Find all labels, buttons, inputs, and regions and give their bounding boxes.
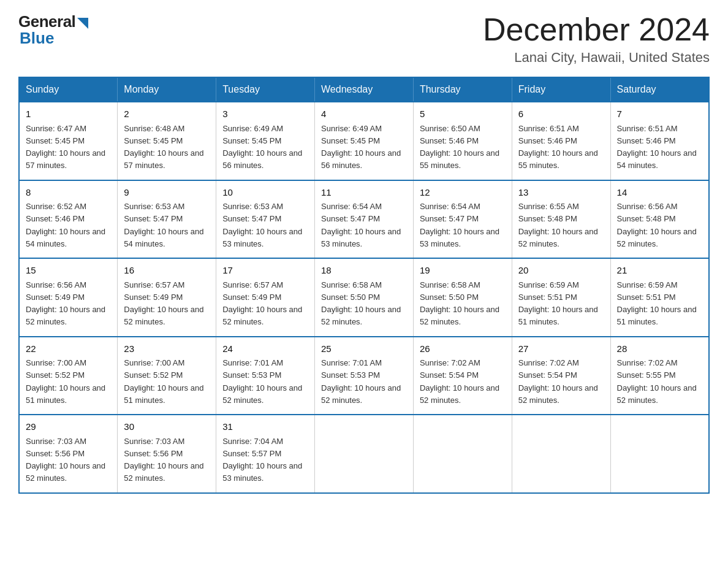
day-number: 16: [124, 264, 210, 278]
calendar-day-cell: 21 Sunrise: 6:59 AMSunset: 5:51 PMDaylig…: [610, 258, 709, 337]
day-number: 14: [617, 186, 702, 200]
calendar-day-cell: 2 Sunrise: 6:48 AMSunset: 5:45 PMDayligh…: [118, 102, 216, 180]
calendar-day-cell: 20 Sunrise: 6:59 AMSunset: 5:51 PMDaylig…: [512, 258, 610, 337]
day-info: Sunrise: 6:54 AMSunset: 5:47 PMDaylight:…: [321, 202, 401, 248]
calendar-day-cell: 25 Sunrise: 7:01 AMSunset: 5:53 PMDaylig…: [315, 337, 414, 415]
day-number: 17: [222, 264, 308, 278]
day-number: 13: [518, 186, 604, 200]
weekday-header-tuesday: Tuesday: [216, 77, 315, 102]
day-number: 11: [321, 186, 407, 200]
day-number: 8: [26, 186, 111, 200]
calendar-day-cell: 13 Sunrise: 6:55 AMSunset: 5:48 PMDaylig…: [512, 180, 610, 259]
page-header: General Blue December 2024 Lanai City, H…: [18, 12, 710, 66]
day-number: 2: [124, 107, 210, 121]
day-info: Sunrise: 7:00 AMSunset: 5:52 PMDaylight:…: [26, 358, 105, 405]
day-number: 20: [518, 264, 604, 278]
calendar-empty-cell: [512, 415, 610, 493]
calendar-week-row: 8 Sunrise: 6:52 AMSunset: 5:46 PMDayligh…: [19, 180, 709, 259]
weekday-header-friday: Friday: [512, 77, 610, 102]
day-info: Sunrise: 6:55 AMSunset: 5:48 PMDaylight:…: [518, 202, 598, 248]
calendar-day-cell: 4 Sunrise: 6:49 AMSunset: 5:45 PMDayligh…: [315, 102, 414, 180]
day-number: 30: [124, 420, 210, 434]
day-info: Sunrise: 7:02 AMSunset: 5:54 PMDaylight:…: [420, 358, 499, 405]
day-info: Sunrise: 6:53 AMSunset: 5:47 PMDaylight:…: [124, 202, 203, 248]
calendar-week-row: 1 Sunrise: 6:47 AMSunset: 5:45 PMDayligh…: [19, 102, 709, 180]
calendar-day-cell: 27 Sunrise: 7:02 AMSunset: 5:54 PMDaylig…: [512, 337, 610, 415]
calendar-day-cell: 10 Sunrise: 6:53 AMSunset: 5:47 PMDaylig…: [216, 180, 315, 259]
day-info: Sunrise: 7:03 AMSunset: 5:56 PMDaylight:…: [124, 437, 203, 483]
day-number: 18: [321, 264, 407, 278]
calendar-day-cell: 19 Sunrise: 6:58 AMSunset: 5:50 PMDaylig…: [413, 258, 512, 337]
calendar-week-row: 15 Sunrise: 6:56 AMSunset: 5:49 PMDaylig…: [19, 258, 709, 337]
calendar-day-cell: 3 Sunrise: 6:49 AMSunset: 5:45 PMDayligh…: [216, 102, 315, 180]
day-number: 19: [420, 264, 506, 278]
calendar-day-cell: 14 Sunrise: 6:56 AMSunset: 5:48 PMDaylig…: [610, 180, 709, 259]
day-info: Sunrise: 6:52 AMSunset: 5:46 PMDaylight:…: [26, 202, 105, 248]
logo-triangle-icon: [77, 18, 88, 29]
day-number: 27: [518, 342, 604, 356]
day-info: Sunrise: 7:03 AMSunset: 5:56 PMDaylight:…: [26, 437, 105, 483]
calendar-day-cell: 7 Sunrise: 6:51 AMSunset: 5:46 PMDayligh…: [610, 102, 709, 180]
calendar-empty-cell: [315, 415, 414, 493]
day-info: Sunrise: 6:53 AMSunset: 5:47 PMDaylight:…: [222, 202, 302, 248]
day-info: Sunrise: 6:51 AMSunset: 5:46 PMDaylight:…: [617, 124, 697, 170]
logo: General Blue: [18, 12, 88, 48]
day-info: Sunrise: 6:49 AMSunset: 5:45 PMDaylight:…: [222, 124, 302, 170]
calendar-day-cell: 11 Sunrise: 6:54 AMSunset: 5:47 PMDaylig…: [315, 180, 414, 259]
calendar-week-row: 22 Sunrise: 7:00 AMSunset: 5:52 PMDaylig…: [19, 337, 709, 415]
calendar-day-cell: 29 Sunrise: 7:03 AMSunset: 5:56 PMDaylig…: [19, 415, 118, 493]
day-info: Sunrise: 6:56 AMSunset: 5:49 PMDaylight:…: [26, 280, 105, 327]
day-number: 22: [26, 342, 111, 356]
weekday-header-saturday: Saturday: [610, 77, 709, 102]
logo-blue-text: Blue: [20, 29, 54, 48]
location-subheading: Lanai City, Hawaii, United States: [483, 50, 710, 66]
calendar-day-cell: 28 Sunrise: 7:02 AMSunset: 5:55 PMDaylig…: [610, 337, 709, 415]
day-info: Sunrise: 7:04 AMSunset: 5:57 PMDaylight:…: [222, 437, 302, 483]
calendar-empty-cell: [610, 415, 709, 493]
calendar-day-cell: 8 Sunrise: 6:52 AMSunset: 5:46 PMDayligh…: [19, 180, 118, 259]
day-info: Sunrise: 6:59 AMSunset: 5:51 PMDaylight:…: [617, 280, 697, 327]
day-info: Sunrise: 6:59 AMSunset: 5:51 PMDaylight:…: [518, 280, 598, 327]
day-number: 21: [617, 264, 702, 278]
calendar-day-cell: 12 Sunrise: 6:54 AMSunset: 5:47 PMDaylig…: [413, 180, 512, 259]
day-info: Sunrise: 6:51 AMSunset: 5:46 PMDaylight:…: [518, 124, 598, 170]
day-info: Sunrise: 6:49 AMSunset: 5:45 PMDaylight:…: [321, 124, 401, 170]
calendar-empty-cell: [413, 415, 512, 493]
weekday-header-wednesday: Wednesday: [315, 77, 414, 102]
day-info: Sunrise: 7:00 AMSunset: 5:52 PMDaylight:…: [124, 358, 203, 405]
day-info: Sunrise: 7:01 AMSunset: 5:53 PMDaylight:…: [321, 358, 401, 405]
weekday-header-monday: Monday: [118, 77, 216, 102]
day-info: Sunrise: 7:02 AMSunset: 5:55 PMDaylight:…: [617, 358, 697, 405]
day-info: Sunrise: 6:48 AMSunset: 5:45 PMDaylight:…: [124, 124, 203, 170]
day-info: Sunrise: 6:58 AMSunset: 5:50 PMDaylight:…: [321, 280, 401, 327]
calendar-day-cell: 23 Sunrise: 7:00 AMSunset: 5:52 PMDaylig…: [118, 337, 216, 415]
day-info: Sunrise: 6:50 AMSunset: 5:46 PMDaylight:…: [420, 124, 499, 170]
calendar-day-cell: 22 Sunrise: 7:00 AMSunset: 5:52 PMDaylig…: [19, 337, 118, 415]
calendar-day-cell: 16 Sunrise: 6:57 AMSunset: 5:49 PMDaylig…: [118, 258, 216, 337]
day-number: 12: [420, 186, 506, 200]
calendar-day-cell: 26 Sunrise: 7:02 AMSunset: 5:54 PMDaylig…: [413, 337, 512, 415]
day-number: 4: [321, 107, 407, 121]
calendar-day-cell: 5 Sunrise: 6:50 AMSunset: 5:46 PMDayligh…: [413, 102, 512, 180]
day-info: Sunrise: 6:56 AMSunset: 5:48 PMDaylight:…: [617, 202, 697, 248]
calendar-table: SundayMondayTuesdayWednesdayThursdayFrid…: [18, 77, 710, 494]
month-year-heading: December 2024: [483, 12, 710, 47]
day-info: Sunrise: 6:58 AMSunset: 5:50 PMDaylight:…: [420, 280, 499, 327]
weekday-header-sunday: Sunday: [19, 77, 118, 102]
calendar-day-cell: 18 Sunrise: 6:58 AMSunset: 5:50 PMDaylig…: [315, 258, 414, 337]
calendar-day-cell: 9 Sunrise: 6:53 AMSunset: 5:47 PMDayligh…: [118, 180, 216, 259]
day-info: Sunrise: 6:54 AMSunset: 5:47 PMDaylight:…: [420, 202, 499, 248]
day-number: 28: [617, 342, 702, 356]
day-number: 1: [26, 107, 111, 121]
svg-marker-0: [77, 18, 88, 29]
calendar-day-cell: 15 Sunrise: 6:56 AMSunset: 5:49 PMDaylig…: [19, 258, 118, 337]
day-number: 23: [124, 342, 210, 356]
calendar-title: December 2024 Lanai City, Hawaii, United…: [483, 12, 710, 66]
day-number: 3: [222, 107, 308, 121]
day-number: 10: [222, 186, 308, 200]
day-number: 29: [26, 420, 111, 434]
weekday-header-thursday: Thursday: [413, 77, 512, 102]
day-number: 25: [321, 342, 407, 356]
calendar-day-cell: 6 Sunrise: 6:51 AMSunset: 5:46 PMDayligh…: [512, 102, 610, 180]
calendar-day-cell: 17 Sunrise: 6:57 AMSunset: 5:49 PMDaylig…: [216, 258, 315, 337]
